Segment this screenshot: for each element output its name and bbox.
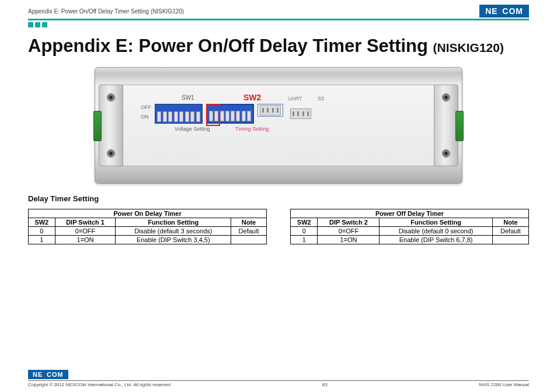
device-enclosure: OFF ON SW1 SW2 UART S3 Voltage Setting T… <box>95 67 462 184</box>
logo-divider-icon: : <box>499 6 502 16</box>
dip-switch-sw1 <box>155 104 203 124</box>
section-title: Delay Timer Setting <box>28 194 529 203</box>
tables-container: Power On Delay Timer SW2 DIP Switch 1 Fu… <box>28 209 529 244</box>
screw-icon <box>107 149 115 158</box>
page-number: 83 <box>322 382 328 387</box>
copyright-text: Copyright © 2012 NEXCOM International Co… <box>28 382 170 387</box>
table-title: Power On Delay Timer <box>29 209 267 218</box>
decorative-squares <box>28 22 529 27</box>
table-row: 1 1=ON Enable (DIP Switch 3,4,5) <box>29 236 267 244</box>
table-row: 0 0=OFF Disable (default 3 seconds) Defa… <box>29 227 267 236</box>
manual-name: NViS 2280 User Manual <box>479 382 529 387</box>
page-footer: NE:COM Copyright © 2012 NEXCOM Internati… <box>28 369 529 387</box>
s3-connector <box>290 108 311 119</box>
s3-label: S3 <box>318 96 324 102</box>
right-bracket <box>434 85 458 166</box>
power-off-delay-table: Power Off Delay Timer SW2 DIP Switch 2 F… <box>290 209 529 244</box>
off-on-label: OFF ON <box>141 103 151 121</box>
table-row: 0 0=OFF Disable (default 0 second) Defau… <box>291 227 529 236</box>
screw-icon <box>442 149 450 158</box>
uart-connector <box>257 104 283 117</box>
logo-divider-icon: : <box>43 371 46 378</box>
device-faceplate: OFF ON SW1 SW2 UART S3 Voltage Setting T… <box>123 85 434 166</box>
screw-icon <box>107 93 115 102</box>
table-row: 1 1=ON Enable (DIP Switch 6,7,8) <box>291 236 529 244</box>
table-header-row: SW2 DIP Switch 2 Function Setting Note <box>291 218 529 227</box>
page-header: Appendix E: Power On/Off Delay Timer Set… <box>28 0 529 18</box>
screw-icon <box>442 93 450 102</box>
sw2-callout-label: SW2 <box>243 93 261 102</box>
timing-setting-label: Timing Setting <box>235 126 269 132</box>
page-title: Appendix E: Power On/Off Delay Timer Set… <box>28 36 529 57</box>
uart-label: UART <box>288 96 302 102</box>
dip-switch-sw2 <box>206 104 254 124</box>
power-on-delay-table: Power On Delay Timer SW2 DIP Switch 1 Fu… <box>28 209 267 244</box>
table-title: Power Off Delay Timer <box>291 209 529 218</box>
logo: NE:COM <box>479 5 529 18</box>
device-figure: OFF ON SW1 SW2 UART S3 Voltage Setting T… <box>28 67 529 184</box>
table-header-row: SW2 DIP Switch 1 Function Setting Note <box>29 218 267 227</box>
voltage-setting-label: Voltage Setting <box>175 126 210 132</box>
left-bracket <box>99 85 123 166</box>
left-terminal-block <box>93 111 102 141</box>
right-terminal-block <box>455 111 464 141</box>
footer-logo: NE:COM <box>28 370 68 379</box>
sw1-label: SW1 <box>182 94 194 101</box>
header-divider <box>28 19 529 20</box>
footer-divider <box>28 380 529 381</box>
breadcrumb: Appendix E: Power On/Off Delay Timer Set… <box>28 8 184 15</box>
